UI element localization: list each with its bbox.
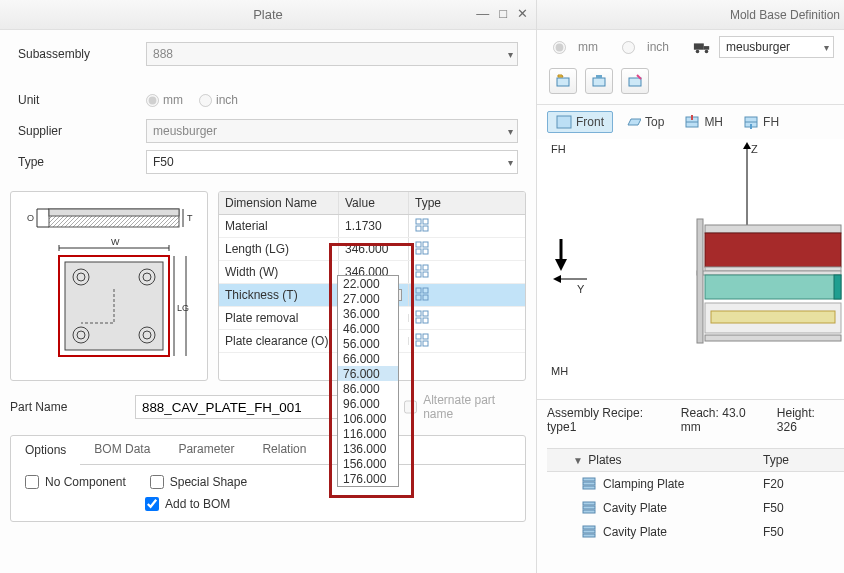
- dropdown-option[interactable]: 36.000: [338, 306, 398, 321]
- dimension-row[interactable]: Length (LG)346.000: [219, 238, 525, 261]
- dropdown-option[interactable]: 136.000: [338, 441, 398, 456]
- svg-rect-44: [423, 318, 428, 323]
- view-top[interactable]: Top: [617, 111, 672, 133]
- minimize-icon[interactable]: —: [476, 6, 489, 21]
- svg-rect-57: [593, 78, 605, 86]
- type-label: Type: [18, 155, 146, 169]
- svg-rect-25: [416, 219, 421, 224]
- svg-rect-92: [583, 530, 595, 533]
- toolbar-btn-1[interactable]: [549, 68, 577, 94]
- svg-rect-42: [423, 311, 428, 316]
- col-value: Value: [339, 192, 409, 214]
- toolbar-btn-3[interactable]: [621, 68, 649, 94]
- chevron-down-icon: ▾: [824, 42, 829, 53]
- canvas-fh-label: FH: [551, 143, 566, 155]
- unit-mm-radio[interactable]: [146, 94, 159, 107]
- add-to-bom-label: Add to BOM: [165, 497, 230, 511]
- plate-row[interactable]: Cavity PlateF50: [547, 520, 844, 544]
- tab-options[interactable]: Options: [11, 437, 80, 465]
- dim-name: Plate removal: [219, 307, 339, 329]
- type-select[interactable]: F50 ▾: [146, 150, 518, 174]
- dropdown-option[interactable]: 96.000: [338, 396, 398, 411]
- view-mh[interactable]: MH: [676, 111, 731, 133]
- dropdown-option[interactable]: 27.000: [338, 291, 398, 306]
- type-icon: [415, 310, 429, 324]
- right-mm-radio[interactable]: [553, 41, 566, 54]
- chevron-down-icon: ▾: [508, 49, 513, 60]
- svg-rect-58: [596, 75, 602, 78]
- svg-rect-75: [705, 225, 841, 233]
- unit-inch-radio[interactable]: [199, 94, 212, 107]
- svg-text:T: T: [187, 213, 193, 223]
- dim-name: Plate clearance (O): [219, 330, 339, 352]
- toolbar-btn-2[interactable]: [585, 68, 613, 94]
- svg-rect-87: [583, 486, 595, 489]
- alt-partname-checkbox[interactable]: [404, 400, 418, 414]
- plate-type: F50: [757, 497, 817, 519]
- moldbase-window: Mold Base Definition mm inch meusburger …: [537, 0, 844, 573]
- right-supplier-select[interactable]: meusburger ▾: [719, 36, 834, 58]
- dropdown-option[interactable]: 116.000: [338, 426, 398, 441]
- dropdown-option[interactable]: 46.000: [338, 321, 398, 336]
- view-fh[interactable]: FH: [735, 111, 787, 133]
- chevron-down-icon: ▾: [508, 157, 513, 168]
- dropdown-option[interactable]: 66.000: [338, 351, 398, 366]
- collapse-icon[interactable]: ▼: [573, 455, 583, 466]
- right-mm-text: mm: [578, 40, 598, 54]
- svg-rect-59: [629, 78, 641, 86]
- svg-text:W: W: [111, 237, 120, 247]
- assembly-canvas[interactable]: FH Z Y MH: [537, 139, 844, 399]
- plate-row[interactable]: Clamping PlateF20: [547, 472, 844, 496]
- svg-rect-84: [697, 219, 703, 343]
- dropdown-option[interactable]: 156.000: [338, 456, 398, 471]
- no-component-checkbox[interactable]: [25, 475, 39, 489]
- svg-text:Z: Z: [751, 143, 758, 155]
- svg-text:MH: MH: [551, 365, 568, 377]
- svg-rect-79: [705, 275, 841, 299]
- plate-name: Clamping Plate: [603, 477, 684, 491]
- view-front[interactable]: Front: [547, 111, 613, 133]
- svg-rect-60: [557, 116, 571, 128]
- dim-type: [409, 237, 459, 262]
- dropdown-option[interactable]: 176.000: [338, 471, 398, 486]
- svg-text:O: O: [27, 213, 34, 223]
- dropdown-option[interactable]: 76.000: [338, 366, 398, 381]
- svg-rect-26: [423, 219, 428, 224]
- special-shape-checkbox[interactable]: [150, 475, 164, 489]
- svg-point-55: [705, 50, 709, 54]
- dim-type: [409, 260, 459, 285]
- tab-relation[interactable]: Relation: [248, 436, 320, 464]
- svg-rect-31: [416, 249, 421, 254]
- svg-marker-70: [555, 259, 567, 271]
- svg-rect-40: [423, 295, 428, 300]
- svg-rect-45: [416, 334, 421, 339]
- type-icon: [415, 218, 429, 232]
- dropdown-option[interactable]: 22.000: [338, 276, 398, 291]
- svg-rect-47: [416, 341, 421, 346]
- dimension-row[interactable]: Material1.1730: [219, 215, 525, 238]
- supplier-select[interactable]: meusburger ▾: [146, 119, 518, 143]
- dim-type: [409, 306, 459, 331]
- dim-value[interactable]: 1.1730: [339, 215, 409, 237]
- height-value: Height: 326: [777, 406, 834, 434]
- plate-name: Cavity Plate: [603, 501, 667, 515]
- tab-parameter[interactable]: Parameter: [164, 436, 248, 464]
- dropdown-option[interactable]: 56.000: [338, 336, 398, 351]
- tab-bom-data[interactable]: BOM Data: [80, 436, 164, 464]
- dropdown-option[interactable]: 86.000: [338, 381, 398, 396]
- type-icon: [415, 241, 429, 255]
- dropdown-option[interactable]: 106.000: [338, 411, 398, 426]
- add-to-bom-checkbox[interactable]: [145, 497, 159, 511]
- close-icon[interactable]: ✕: [517, 6, 528, 21]
- right-inch-radio[interactable]: [622, 41, 635, 54]
- plate-row[interactable]: Cavity PlateF50: [547, 496, 844, 520]
- svg-rect-88: [583, 502, 595, 505]
- subassembly-select[interactable]: 888 ▾: [146, 42, 518, 66]
- thickness-dropdown-list[interactable]: 22.00027.00036.00046.00056.00066.00076.0…: [337, 275, 399, 487]
- svg-point-54: [696, 50, 700, 54]
- svg-rect-78: [697, 271, 841, 275]
- dim-value[interactable]: 346.000: [339, 238, 409, 260]
- plate-window: Plate — □ ✕ Subassembly 888 ▾ Unit mm in…: [0, 0, 537, 573]
- restore-icon[interactable]: □: [499, 6, 507, 21]
- svg-rect-90: [583, 510, 595, 513]
